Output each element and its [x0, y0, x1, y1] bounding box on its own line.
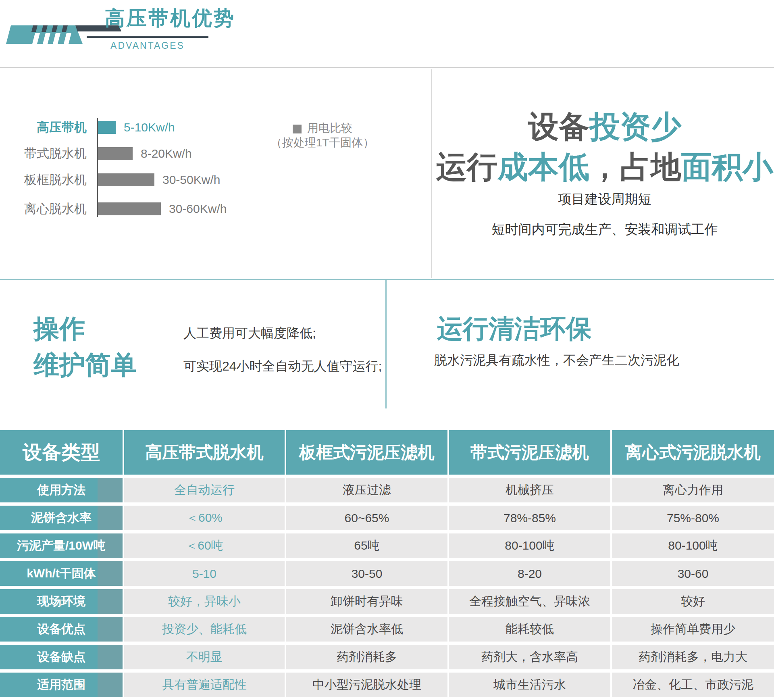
table-cell: 全程接触空气、异味浓: [449, 589, 610, 614]
feature-title-clean: 运行清洁环保: [437, 310, 592, 347]
feature-title-line: 维护简单: [33, 347, 137, 383]
chart-value-label: 30-60Kw/h: [169, 202, 227, 216]
table-cell: 能耗较低: [449, 617, 610, 642]
table-cell: 60~65%: [286, 506, 447, 530]
table-cell: 78%-85%: [449, 506, 610, 530]
advantage-headline: 设备投资少 运行成本低，占地面积小 项目建设周期短 短时间内可完成生产、安装和调…: [435, 106, 774, 239]
table-cell: 操作简单费用少: [612, 617, 774, 642]
chart-row: 板框脱水机 30-50Kw/h: [0, 173, 220, 187]
chart-value-label: 8-20Kw/h: [141, 147, 192, 160]
table-cell: 具有普遍适配性: [124, 673, 285, 697]
power-consumption-chart: 高压带机 5-10Kw/h 带式脱水机 8-20Kw/h 板框脱水机 30-50…: [0, 68, 431, 279]
table-cell: 机械挤压: [449, 478, 610, 502]
headline-segment: 面积小: [681, 150, 773, 184]
table-row-label: 使用方法: [0, 478, 123, 502]
chart-row: 高压带机 5-10Kw/h: [0, 121, 175, 134]
top-vertical-divider: [431, 69, 432, 278]
chart-bar: [98, 202, 161, 215]
feature-desc-clean: 脱水污泥具有疏水性，不会产生二次污泥化: [434, 352, 679, 369]
table-header: 带式污泥压滤机: [449, 430, 610, 475]
headline-sub-2: 短时间内可完成生产、安装和调试工作: [435, 221, 774, 239]
chart-legend: 用电比较 （按处理1T干固体）: [260, 121, 385, 150]
chart-value-label: 30-50Kw/h: [162, 173, 220, 187]
table-cell: 离心力作用: [612, 478, 774, 502]
table-cell: 30-60: [612, 561, 774, 586]
headline-segment: 运行: [436, 150, 497, 184]
table-cell: 不明显: [124, 645, 285, 669]
table-row-label: 设备缺点: [0, 645, 123, 669]
table-row-label: 泥饼含水率: [0, 506, 123, 530]
table-cell: 投资少、能耗低: [124, 617, 285, 642]
legend-subtitle: （按处理1T干固体）: [260, 135, 385, 150]
headline-line-2: 运行成本低，占地面积小: [435, 147, 774, 187]
headline-segment: 成本低: [497, 150, 589, 184]
page-subtitle: ADVANTAGES: [87, 40, 208, 51]
page-title: 高压带机优势: [105, 6, 235, 30]
equipment-comparison-table: 设备类型高压带式脱水机板框式污泥压滤机带式污泥压滤机离心式污泥脱水机使用方法全自…: [0, 430, 774, 697]
chart-bar: [98, 147, 133, 160]
feature-desc-line: 人工费用可大幅度降低;: [183, 325, 382, 342]
table-cell: 80-100吨: [612, 533, 774, 558]
table-row-label: 现场环境: [0, 589, 123, 614]
table-cell: 30-50: [286, 561, 447, 586]
table-cell: 药剂消耗多: [286, 645, 447, 669]
table-cell: 液压过滤: [286, 478, 447, 502]
table-cell: 75%-80%: [612, 506, 774, 530]
table-cell: 药剂大，含水率高: [449, 645, 610, 669]
chart-bar: [98, 121, 116, 134]
table-cell: ＜60吨: [124, 533, 285, 558]
table-cell: ＜60%: [124, 506, 285, 530]
advantages-page: 高压带机优势 ADVANTAGES 高压带机 5-10Kw/h 带式脱水机 8-…: [0, 0, 774, 700]
section-divider: [0, 279, 774, 280]
table-cell: 80-100吨: [449, 533, 610, 558]
table-cell: 药剂消耗多，电力大: [612, 645, 774, 669]
table-cell: 8-20: [449, 561, 610, 586]
chart-category-label: 离心脱水机: [0, 200, 87, 217]
table-cell: 中小型污泥脱水处理: [286, 673, 447, 697]
chart-category-label: 高压带机: [0, 119, 87, 136]
chart-row: 离心脱水机 30-60Kw/h: [0, 202, 227, 216]
headline-segment: 设备: [528, 109, 589, 144]
table-header: 离心式污泥脱水机: [612, 430, 774, 475]
table-cell: 5-10: [124, 561, 285, 586]
chart-row: 带式脱水机 8-20Kw/h: [0, 147, 192, 160]
legend-swatch-icon: [293, 125, 302, 133]
table-cell: 较好: [612, 589, 774, 614]
table-cell: 较好，异味小: [124, 589, 285, 614]
chart-category-label: 板框脱水机: [0, 171, 87, 188]
headline-sub-1: 项目建设周期短: [435, 190, 774, 208]
table-header-device-type: 设备类型: [0, 430, 123, 475]
table-cell: 冶金、化工、市政污泥: [612, 673, 774, 697]
chart-bar: [98, 173, 154, 186]
table-row-label: 污泥产量/10W吨: [0, 533, 123, 558]
table-cell: 城市生活污水: [449, 673, 610, 697]
legend-line: 用电比较: [260, 121, 385, 135]
chart-value-label: 5-10Kw/h: [124, 121, 175, 134]
legend-title: 用电比较: [307, 122, 352, 134]
table-cell: 全自动运行: [124, 478, 285, 502]
table-cell: 卸饼时有异味: [286, 589, 447, 614]
feature-title-line: 操作: [33, 310, 137, 347]
headline-segment: 投资少: [589, 109, 681, 144]
feature-desc-line: 可实现24小时全自动无人值守运行;: [183, 358, 382, 375]
table-cell: 65吨: [286, 533, 447, 558]
headline-segment: ，占地: [589, 150, 681, 184]
table-header: 板框式污泥压滤机: [286, 430, 447, 475]
feature-desc-operation: 人工费用可大幅度降低; 可实现24小时全自动无人值守运行;: [183, 325, 382, 375]
feature-title-operation: 操作 维护简单: [33, 310, 137, 383]
table-row-label: 适用范围: [0, 673, 123, 697]
table-row-label: kWh/t干固体: [0, 561, 123, 586]
middle-vertical-divider: [385, 280, 387, 408]
table-row-label: 设备优点: [0, 617, 123, 642]
headline-line-1: 设备投资少: [435, 106, 774, 147]
table-cell: 泥饼含水率低: [286, 617, 447, 642]
title-underline: [87, 36, 208, 38]
table-header: 高压带式脱水机: [124, 430, 285, 475]
chart-category-label: 带式脱水机: [0, 145, 87, 162]
